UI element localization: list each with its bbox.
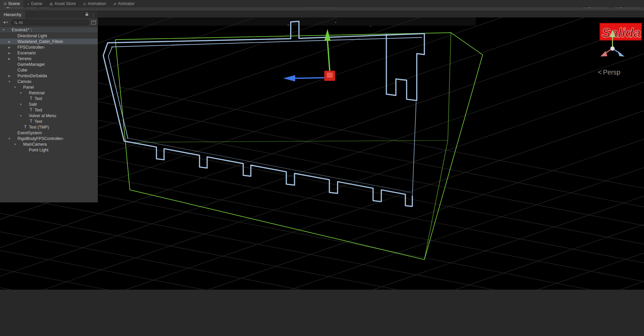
fold-open-icon[interactable]: ▼ — [13, 86, 17, 89]
hierarchy-item-label: Text (TMP) — [29, 125, 49, 130]
view-tool-button[interactable] — [0, 291, 644, 336]
hierarchy-item-wasteland-cabin-filled[interactable]: ▶Wasteland_Cabin_Filled› — [0, 39, 98, 44]
fold-open-icon[interactable]: ▼ — [1, 28, 6, 32]
lock-icon[interactable] — [86, 14, 88, 16]
hierarchy-item-text[interactable]: TText — [0, 96, 98, 101]
unity-icon — [6, 28, 10, 32]
hierarchy-item-reiniciar[interactable]: ▼Reiniciar — [0, 90, 98, 96]
prefab-chevron-icon[interactable]: › — [62, 136, 63, 141]
hierarchy-item-label: Volver al Menu — [29, 113, 56, 118]
search-filter-label: All — [18, 20, 23, 25]
tab-asset-store[interactable]: ▥Asset Store — [46, 0, 79, 7]
tab-hierarchy[interactable]: Hierarchy — [0, 11, 25, 18]
hierarchy-item-label: Escena1* — [12, 28, 30, 32]
hierarchy-item-text[interactable]: TText — [0, 118, 98, 124]
hierarchy-item-rigidbodyfpscontroller[interactable]: ▼RigidBodyFPSController› — [0, 136, 98, 141]
tab-label: Animator — [118, 1, 135, 6]
button-icon — [23, 91, 28, 95]
cube-icon — [12, 51, 16, 55]
hierarchy-item-cube[interactable]: Cube — [0, 67, 98, 73]
hierarchy-item-panel[interactable]: ▼Panel — [0, 84, 98, 90]
tab-animation[interactable]: ◷Animation — [79, 0, 110, 7]
fold-closed-icon[interactable]: ▶ — [7, 74, 12, 78]
hierarchy-item-gamemanager[interactable]: GameManager — [0, 61, 98, 67]
hierarchy-item-label: Salir — [29, 102, 37, 107]
prefab-chevron-icon[interactable]: › — [43, 45, 45, 50]
hierarchy-item-label: Text — [35, 96, 42, 101]
fold-closed-icon[interactable]: ▶ — [7, 40, 12, 43]
plus-icon: + — [3, 20, 6, 25]
persp-label[interactable]: Persp — [603, 68, 621, 76]
fold-closed-icon[interactable]: ▶ — [7, 51, 12, 55]
create-object-button[interactable]: + ▾ — [2, 20, 9, 25]
terrain-icon — [12, 56, 16, 61]
hierarchy-item-maincamera[interactable]: ▼MainCamera — [0, 141, 98, 147]
tab-label: Scene — [8, 1, 20, 6]
hierarchy-item-directional-light[interactable]: Directional Light — [0, 33, 98, 39]
fold-closed-icon[interactable]: ▶ — [7, 57, 12, 60]
hierarchy-item-canvas[interactable]: ▼Canvas — [0, 79, 98, 84]
search-icon — [14, 21, 17, 23]
hierarchy-item-text[interactable]: TText — [0, 107, 98, 113]
prefab-chevron-icon[interactable]: › — [62, 39, 63, 44]
fold-open-icon[interactable]: ▼ — [18, 103, 23, 106]
persp-chevron: < — [598, 68, 602, 76]
text-icon: T — [29, 119, 33, 124]
kebab-menu-icon[interactable]: ⋮ — [91, 12, 95, 17]
cube-icon — [12, 68, 16, 72]
scene-tools-overlay — [0, 291, 644, 336]
hierarchy-item-label: Terreno — [17, 56, 32, 61]
hierarchy-item-eventsystem[interactable]: EventSystem — [0, 130, 98, 136]
tab-label: Asset Store — [54, 1, 76, 6]
kebab-menu-icon[interactable]: ⋮ — [30, 28, 34, 32]
hierarchy-item-fpscontroller[interactable]: ▶FPSController› — [0, 44, 98, 50]
tab-label: Hierarchy — [4, 12, 21, 17]
hierarchy-item-label: RigidBodyFPSController — [17, 136, 62, 141]
hierarchy-item-label: FPSController — [17, 45, 43, 50]
hierarchy-item-text-tmp[interactable]: TText (TMP) — [0, 124, 98, 130]
hierarchy-item-label: GameManager — [17, 62, 45, 67]
cube-prefab-dim-icon — [12, 45, 16, 49]
salida-sign-text: Salida — [602, 25, 641, 40]
hierarchy-item-label: Directional Light — [17, 34, 47, 38]
tab-scene[interactable]: ⊞Scene — [0, 0, 23, 7]
cube-icon — [12, 62, 16, 66]
hierarchy-item-escena1[interactable]: ▼Escena1*⋮ — [0, 27, 98, 33]
text-icon: T — [29, 108, 33, 112]
hierarchy-item-label: Point Light — [29, 148, 48, 152]
light-icon — [23, 148, 28, 152]
canvas-icon — [12, 79, 16, 84]
hierarchy-item-escenario[interactable]: ▶Escenario — [0, 50, 98, 56]
hierarchy-item-terreno[interactable]: ▶Terreno — [0, 56, 98, 61]
window-layout-icon[interactable] — [91, 20, 96, 25]
hierarchy-item-label: MainCamera — [23, 142, 47, 147]
text-icon: T — [29, 96, 33, 101]
fold-closed-icon[interactable]: ▶ — [7, 46, 12, 49]
camera-icon — [17, 142, 22, 146]
hierarchy-item-label: Cube — [17, 68, 27, 73]
tab-game[interactable]: ◗Game — [23, 0, 46, 7]
hierarchy-item-salir[interactable]: ▼Salir — [0, 101, 98, 107]
hierarchy-item-label: Panel — [23, 85, 34, 90]
cube-icon — [12, 74, 16, 78]
asset-store-tab-icon: ▥ — [50, 2, 53, 6]
game-tab-icon: ◗ — [27, 2, 29, 6]
tab-animator[interactable]: ⇄Animator — [110, 0, 138, 7]
hierarchy-search-input[interactable]: All — [11, 19, 90, 25]
hierarchy-item-label: PuntosDeSalida — [17, 74, 47, 78]
fold-open-icon[interactable]: ▼ — [13, 143, 17, 146]
hierarchy-item-volver-al-menu[interactable]: ▼Volver al Menu — [0, 113, 98, 118]
hierarchy-item-label: Canvas — [17, 79, 32, 84]
hierarchy-item-puntosdesalida[interactable]: ▶PuntosDeSalida — [0, 73, 98, 79]
fold-open-icon[interactable]: ▼ — [7, 80, 12, 83]
hierarchy-item-label: Reiniciar — [29, 91, 45, 95]
hierarchy-item-label: Text — [35, 108, 42, 112]
scene-tabbar: ⊞Scene◗Game▥Asset Store◷Animation⇄Animat… — [0, 0, 644, 7]
cube-prefab-icon — [12, 39, 16, 44]
fold-open-icon[interactable]: ▼ — [18, 114, 23, 117]
hierarchy-item-point-light[interactable]: Point Light — [0, 147, 98, 153]
text-icon: T — [23, 125, 28, 129]
tab-label: Game — [31, 1, 42, 6]
fold-open-icon[interactable]: ▼ — [18, 91, 23, 95]
fold-open-icon[interactable]: ▼ — [7, 137, 12, 140]
